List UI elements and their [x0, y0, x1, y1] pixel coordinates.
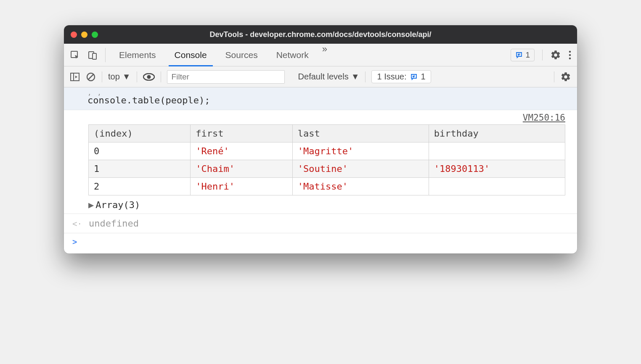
svg-point-14	[147, 75, 151, 79]
console-table-wrap: (index) first last birthday 0 'René' 'Ma…	[64, 124, 577, 198]
svg-marker-10	[75, 76, 77, 78]
console-table: (index) first last birthday 0 'René' 'Ma…	[88, 124, 565, 195]
levels-label: Default levels	[298, 72, 349, 82]
cell-last: 'Soutine'	[292, 160, 429, 178]
source-link[interactable]: VM250:16	[64, 110, 577, 124]
kebab-menu-icon[interactable]	[569, 50, 571, 60]
col-first[interactable]: first	[191, 125, 292, 142]
divider	[542, 50, 543, 61]
messages-count: 1	[525, 50, 530, 60]
close-button[interactable]	[71, 32, 77, 38]
zoom-button[interactable]	[92, 32, 98, 38]
divider	[554, 71, 554, 82]
svg-rect-8	[71, 73, 79, 81]
log-levels-selector[interactable]: Default levels ▼	[298, 72, 360, 82]
context-selector[interactable]: top ▼	[108, 72, 131, 82]
chevron-down-icon: ▼	[351, 72, 360, 82]
col-birthday[interactable]: birthday	[429, 125, 565, 142]
cell-last: 'Magritte'	[292, 142, 429, 160]
message-icon	[410, 73, 418, 81]
issues-badge[interactable]: 1 Issue: 1	[371, 70, 431, 83]
sidebar-toggle-icon[interactable]	[70, 72, 80, 82]
code-line: console.table(people);	[87, 95, 573, 106]
cell-last: 'Matisse'	[292, 178, 429, 195]
cell-first: 'Henri'	[191, 178, 292, 195]
tab-bar: Elements Console Sources Network » 1	[64, 44, 577, 66]
device-toolbar-icon[interactable]	[87, 50, 98, 60]
cell-index: 1	[89, 160, 191, 178]
return-row: <· undefined	[64, 214, 577, 233]
svg-point-6	[569, 54, 571, 56]
array-label: Array(3)	[95, 200, 140, 210]
live-expression-icon[interactable]	[143, 73, 155, 81]
table-row[interactable]: 2 'Henri' 'Matisse'	[89, 178, 565, 195]
disclosure-triangle-icon: ▶	[88, 200, 94, 210]
svg-point-5	[569, 50, 571, 53]
settings-icon[interactable]	[550, 50, 561, 61]
svg-point-7	[569, 57, 571, 59]
tab-network[interactable]: Network	[267, 44, 318, 66]
clear-console-icon[interactable]	[86, 72, 96, 82]
console-input-history: , , console.table(people);	[64, 87, 577, 110]
cell-first: 'René'	[191, 142, 292, 160]
table-row[interactable]: 1 'Chaim' 'Soutine' '18930113'	[89, 160, 565, 178]
inspect-element-icon[interactable]	[70, 50, 80, 60]
divider	[161, 71, 161, 82]
table-row[interactable]: 0 'René' 'Magritte'	[89, 142, 565, 160]
cell-index: 2	[89, 178, 191, 195]
console-settings-icon[interactable]	[560, 71, 571, 82]
array-expand[interactable]: ▶Array(3)	[64, 198, 577, 214]
cell-first: 'Chaim'	[191, 160, 292, 178]
messages-badge[interactable]: 1	[511, 49, 535, 61]
window-title: DevTools - developer.chrome.com/docs/dev…	[210, 30, 432, 39]
cell-birthday: '18930113'	[429, 160, 565, 178]
divider	[102, 71, 102, 82]
cell-birthday	[429, 142, 565, 160]
window-controls	[71, 32, 98, 38]
tab-console[interactable]: Console	[165, 44, 216, 66]
tab-elements[interactable]: Elements	[110, 44, 165, 66]
divider	[365, 71, 366, 82]
divider	[137, 71, 137, 82]
tab-sources[interactable]: Sources	[216, 44, 267, 66]
issues-count: 1	[421, 72, 426, 82]
issues-label: 1 Issue:	[377, 72, 406, 82]
col-index[interactable]: (index)	[89, 125, 191, 142]
prompt-arrow-icon: >	[72, 237, 77, 247]
minimize-button[interactable]	[81, 32, 87, 38]
more-tabs-button[interactable]: »	[318, 44, 331, 66]
chevron-down-icon: ▼	[122, 72, 131, 82]
devtools-window: DevTools - developer.chrome.com/docs/dev…	[64, 25, 577, 253]
cell-birthday	[429, 178, 565, 195]
console-toolbar: top ▼ Default levels ▼ 1 Issue: 1	[64, 66, 577, 87]
return-arrow-icon: <·	[72, 219, 82, 228]
cell-index: 0	[89, 142, 191, 160]
message-icon	[515, 51, 523, 59]
return-value: undefined	[89, 218, 139, 229]
titlebar: DevTools - developer.chrome.com/docs/dev…	[64, 25, 577, 44]
console-prompt[interactable]: >	[64, 233, 577, 253]
svg-line-12	[88, 74, 93, 79]
svg-rect-2	[93, 53, 96, 59]
col-last[interactable]: last	[292, 125, 429, 142]
filter-input[interactable]	[167, 70, 285, 84]
context-label: top	[108, 72, 120, 82]
